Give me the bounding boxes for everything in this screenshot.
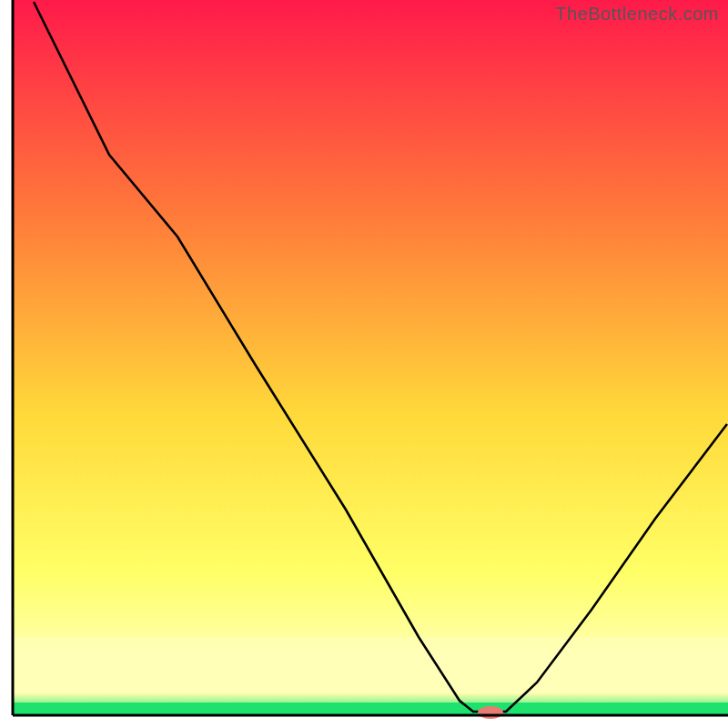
- plot-background: [14, 0, 728, 714]
- watermark-text: TheBottleneck.com: [555, 4, 719, 25]
- green-band: [14, 703, 728, 714]
- pale-band: [14, 637, 728, 693]
- chart-container: TheBottleneck.com: [0, 0, 728, 728]
- highlight-marker: [478, 706, 503, 719]
- chart-svg: [0, 0, 728, 728]
